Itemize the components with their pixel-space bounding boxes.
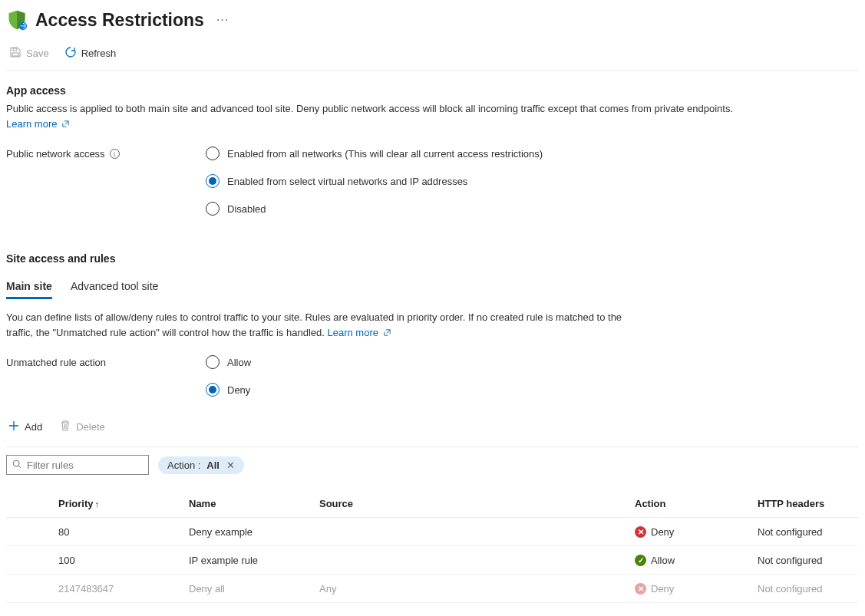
- save-icon: [9, 46, 21, 61]
- radio-enabled-select[interactable]: Enabled from select virtual networks and…: [206, 174, 543, 188]
- action-filter-chip[interactable]: Action : All ✕: [158, 456, 244, 474]
- app-access-title: App access: [6, 84, 859, 97]
- svg-point-1: [13, 460, 19, 466]
- app-access-learn-more-link[interactable]: Learn more: [6, 118, 70, 130]
- site-access-learn-more-link[interactable]: Learn more: [327, 327, 391, 338]
- plus-icon: [8, 420, 20, 434]
- external-link-icon: [381, 327, 391, 338]
- save-label: Save: [26, 48, 49, 59]
- public-network-radio-group: Enabled from all networks (This will cle…: [206, 147, 543, 216]
- deny-icon: ✕: [635, 583, 646, 595]
- unmatched-radio-group: Allow Deny: [206, 355, 251, 397]
- cell-action: ✕Deny: [629, 575, 751, 603]
- col-priority[interactable]: Priority↑: [52, 490, 183, 518]
- filter-row: Action : All ✕: [6, 455, 859, 475]
- delete-rule-button[interactable]: Delete: [58, 418, 107, 436]
- cell-http-headers: Not configured: [751, 518, 859, 546]
- public-network-access-field: Public network access i Enabled from all…: [6, 147, 859, 216]
- refresh-button[interactable]: Refresh: [63, 44, 118, 62]
- delete-label: Delete: [76, 421, 105, 433]
- page-header: Access Restrictions ···: [6, 6, 859, 40]
- filter-input-wrap[interactable]: [6, 455, 149, 475]
- cell-priority: 80: [52, 518, 183, 546]
- save-button[interactable]: Save: [8, 44, 51, 62]
- refresh-label: Refresh: [81, 48, 117, 59]
- cell-action: ✓Allow: [629, 546, 751, 575]
- table-row[interactable]: 80Deny example✕DenyNot configured: [6, 518, 859, 546]
- add-label: Add: [25, 421, 42, 433]
- cell-priority: 100: [52, 546, 183, 575]
- radio-disabled[interactable]: Disabled: [206, 202, 543, 216]
- cell-name: Deny example: [183, 518, 313, 546]
- cell-source: [313, 518, 629, 546]
- sort-asc-icon: ↑: [95, 499, 100, 509]
- app-access-section: App access Public access is applied to b…: [6, 84, 859, 216]
- filter-rules-input[interactable]: [27, 460, 144, 471]
- unmatched-rule-label: Unmatched rule action: [6, 355, 206, 368]
- cell-name: IP example rule: [183, 546, 313, 575]
- table-row[interactable]: 2147483647Deny allAny✕DenyNot configured: [6, 575, 859, 603]
- chip-value: All: [206, 460, 220, 471]
- radio-disabled-label: Disabled: [227, 203, 266, 215]
- command-bar: Save Refresh: [6, 40, 859, 71]
- site-tabs: Main site Advanced tool site: [6, 275, 859, 299]
- cell-action: ✕Deny: [629, 518, 751, 546]
- radio-enabled-all[interactable]: Enabled from all networks (This will cle…: [206, 147, 543, 160]
- more-menu-button[interactable]: ···: [212, 13, 233, 27]
- radio-unmatched-allow-label: Allow: [227, 357, 251, 368]
- cell-source: Any: [313, 575, 629, 603]
- col-action[interactable]: Action: [629, 490, 751, 518]
- add-rule-button[interactable]: Add: [6, 418, 44, 436]
- allow-icon: ✓: [635, 555, 646, 566]
- col-name[interactable]: Name: [183, 490, 313, 518]
- cell-http-headers: Not configured: [751, 575, 859, 603]
- col-http[interactable]: HTTP headers: [751, 490, 859, 518]
- refresh-icon: [64, 46, 77, 61]
- table-header-row: Priority↑ Name Source Action HTTP header…: [6, 490, 859, 518]
- rules-toolbar: Add Delete: [6, 418, 859, 447]
- cell-http-headers: Not configured: [751, 546, 859, 575]
- rules-table: Priority↑ Name Source Action HTTP header…: [6, 490, 859, 603]
- tab-main-site[interactable]: Main site: [6, 275, 52, 299]
- cell-source: [313, 546, 629, 575]
- external-link-icon: [60, 118, 70, 130]
- public-network-access-label: Public network access i: [6, 147, 206, 160]
- radio-unmatched-allow[interactable]: Allow: [206, 355, 251, 369]
- chip-clear-icon[interactable]: ✕: [226, 460, 236, 470]
- chip-prefix: Action :: [167, 460, 200, 471]
- cell-name: Deny all: [183, 575, 313, 603]
- radio-enabled-select-label: Enabled from select virtual networks and…: [227, 176, 467, 187]
- trash-icon: [59, 420, 71, 434]
- search-icon: [12, 459, 22, 472]
- col-source[interactable]: Source: [313, 490, 629, 518]
- radio-unmatched-deny-label: Deny: [227, 384, 250, 396]
- site-access-title: Site access and rules: [6, 252, 859, 265]
- radio-unmatched-deny[interactable]: Deny: [206, 383, 251, 397]
- info-icon[interactable]: i: [110, 149, 120, 159]
- tab-advanced-tool-site[interactable]: Advanced tool site: [71, 275, 158, 299]
- site-access-section: Site access and rules Main site Advanced…: [6, 252, 859, 603]
- table-row[interactable]: 100IP example rule✓AllowNot configured: [6, 546, 859, 575]
- shield-icon: [6, 9, 28, 31]
- site-access-description: You can define lists of allow/deny rules…: [6, 310, 643, 340]
- page-title: Access Restrictions: [35, 10, 204, 31]
- deny-icon: ✕: [635, 526, 646, 538]
- radio-enabled-all-label: Enabled from all networks (This will cle…: [227, 148, 543, 160]
- unmatched-rule-field: Unmatched rule action Allow Deny: [6, 355, 859, 397]
- cell-priority: 2147483647: [52, 575, 183, 603]
- app-access-description: Public access is applied to both main si…: [6, 101, 774, 131]
